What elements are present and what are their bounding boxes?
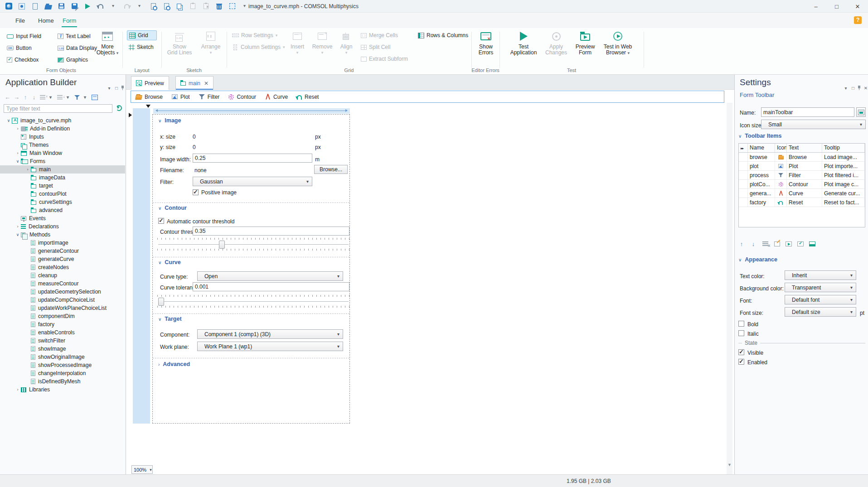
rows-columns-button[interactable]: Rows & Columns — [416, 30, 470, 40]
align-button[interactable]: Align ▾ — [336, 30, 356, 56]
tree-item[interactable]: › Add-in Definition — [0, 125, 125, 133]
tree-expander[interactable]: › — [15, 126, 21, 131]
curve-slider-thumb[interactable] — [158, 298, 164, 306]
image-width-input[interactable] — [193, 154, 312, 163]
zoom-control[interactable]: 100% ▾ — [131, 465, 153, 474]
sketch-mode-button[interactable]: Sketch — [127, 42, 159, 52]
show-grid-lines-button[interactable]: Show Grid Lines — [164, 30, 195, 56]
italic-checkbox[interactable] — [738, 330, 744, 336]
tree-item[interactable]: Events — [0, 214, 125, 222]
table-row[interactable]: plotCo... Contour Plot image c... — [739, 180, 865, 189]
test-web-browser-button[interactable]: Test in Web Browser ▾ — [600, 30, 635, 56]
tree-item[interactable]: switchFilter — [0, 337, 125, 345]
zoom-dropdown-icon[interactable]: ▾ — [148, 468, 153, 472]
tree-item[interactable]: updateCompChoiceList — [0, 296, 125, 304]
tree-item[interactable]: measureContour — [0, 280, 125, 288]
arrange-button[interactable]: Arrange ▾ — [197, 30, 225, 56]
float-icon[interactable]: □ — [113, 85, 120, 91]
column-marker-icon[interactable] — [146, 105, 150, 108]
tree-expander[interactable]: ∨ — [15, 232, 21, 237]
pin-icon[interactable] — [120, 85, 126, 91]
tree-item[interactable]: generateContour — [0, 247, 125, 255]
section-target[interactable]: ∨Target — [158, 316, 182, 322]
section-curve[interactable]: ∨Curve — [158, 259, 181, 265]
form-toolbar-item[interactable]: Filter — [199, 94, 220, 100]
tree-item[interactable]: contourPlot — [0, 190, 125, 198]
tab-home[interactable]: Home — [35, 13, 57, 28]
maximize-button[interactable]: □ — [826, 0, 847, 13]
table-row[interactable]: plot Plot Plot importe... — [739, 162, 865, 171]
table-row[interactable]: factory Reset Reset to fact... — [739, 198, 865, 207]
form-toolbar-item[interactable]: Browse — [136, 94, 163, 100]
show-errors-button[interactable]: Show Errors — [473, 30, 499, 56]
tree-item[interactable]: isDefinedByMesh — [0, 377, 125, 386]
tree-expander[interactable]: ∨ — [5, 118, 12, 123]
work-plane-dropdown[interactable]: Work Plane 1 (wp1) — [197, 342, 343, 351]
panel-menu-icon[interactable]: ▾ — [106, 85, 112, 91]
form-toolbar-item[interactable]: Contour — [228, 94, 256, 100]
refresh-icon[interactable] — [116, 105, 122, 111]
tree-expander[interactable]: › — [15, 224, 21, 229]
tree-item[interactable]: enableControls — [0, 328, 125, 337]
section-contour[interactable]: ∨Contour — [158, 205, 187, 211]
panel-menu-icon[interactable]: ▾ — [843, 85, 849, 91]
curve-tolerance-slider[interactable] — [158, 301, 349, 302]
tree-item[interactable]: imageData — [0, 174, 125, 182]
tree-expander[interactable]: › — [15, 151, 21, 155]
tree-item[interactable]: generateCurve — [0, 255, 125, 263]
form-object-button[interactable]: Input Field — [5, 31, 56, 41]
grid-size-row[interactable] — [153, 108, 350, 114]
more-objects-button[interactable]: More Objects ▾ — [94, 30, 121, 56]
browse-file-button[interactable]: Browse... — [314, 165, 348, 174]
tree-item[interactable]: showOriginalImage — [0, 353, 125, 361]
section-appearance[interactable]: ∨Appearance — [738, 256, 777, 263]
grid-mode-button[interactable]: Grid — [127, 30, 157, 40]
tree-filter-input[interactable] — [4, 104, 112, 113]
background-color-dropdown[interactable]: Transparent — [785, 283, 856, 292]
tree-item[interactable]: changeInterpolation — [0, 369, 125, 377]
close-panel-icon[interactable]: ✕ — [863, 85, 868, 91]
tree-item[interactable]: › Libraries — [0, 386, 125, 394]
contour-slider-thumb[interactable] — [219, 241, 225, 249]
minimize-button[interactable]: – — [805, 0, 826, 13]
tab-form[interactable]: Form — [60, 13, 79, 28]
curve-tolerance-input[interactable] — [193, 282, 349, 291]
positive-image-checkbox[interactable] — [193, 189, 199, 195]
edit-name-button[interactable] — [856, 107, 866, 117]
grid-margin-column[interactable] — [133, 108, 150, 424]
preview-form-button[interactable]: Preview Form — [572, 30, 598, 56]
tree-item[interactable]: Themes — [0, 141, 125, 149]
tree-expander[interactable]: ∨ — [15, 159, 21, 164]
auto-threshold-checkbox[interactable] — [158, 218, 164, 224]
contour-threshold-slider[interactable] — [158, 244, 349, 245]
tree-item[interactable]: advanced — [0, 206, 125, 214]
tree-item[interactable]: ∨ Methods — [0, 231, 125, 239]
toolbar-items-table[interactable]: ▸▸ Name Icon Text Tooltip browse Browse … — [738, 143, 865, 227]
section-toolbar-items[interactable]: ∨Toolbar Items — [738, 133, 781, 139]
tab-close-icon[interactable]: ✕ — [204, 80, 209, 87]
tree-item[interactable]: updateGeometrySelection — [0, 288, 125, 296]
section-image[interactable]: ∨Image — [158, 117, 181, 124]
curve-type-dropdown[interactable]: Open — [197, 271, 343, 281]
row-marker-icon[interactable] — [129, 113, 132, 117]
tree-expander[interactable]: › — [15, 387, 21, 392]
text-color-dropdown[interactable]: Inherit — [785, 270, 856, 280]
column-settings-button[interactable]: Column Settings▾ — [230, 42, 287, 52]
scroll-down-icon[interactable]: ▼ — [727, 463, 732, 467]
font-size-dropdown[interactable]: Default size — [785, 307, 856, 317]
font-dropdown[interactable]: Default font — [785, 295, 856, 304]
bold-checkbox[interactable] — [738, 321, 744, 327]
visible-checkbox[interactable] — [738, 349, 744, 355]
tree-item[interactable]: ∨ image_to_curve.mph — [0, 116, 125, 125]
tab-main[interactable]: main ✕ — [175, 76, 213, 90]
section-advanced[interactable]: ›Advanced — [158, 361, 190, 367]
tree-item[interactable]: componentDim — [0, 312, 125, 320]
row-settings-button[interactable]: Row Settings▾ — [230, 30, 279, 40]
tree-item[interactable]: target — [0, 182, 125, 190]
close-button[interactable]: ✕ — [847, 0, 868, 13]
tree-item[interactable]: createNodes — [0, 263, 125, 271]
tree-item[interactable]: ∨ Forms — [0, 157, 125, 165]
tree-item[interactable]: cleanup — [0, 271, 125, 280]
insert-button[interactable]: Insert ▾ — [286, 30, 308, 56]
tree-item[interactable]: updateWorkPlaneChoiceList — [0, 304, 125, 312]
